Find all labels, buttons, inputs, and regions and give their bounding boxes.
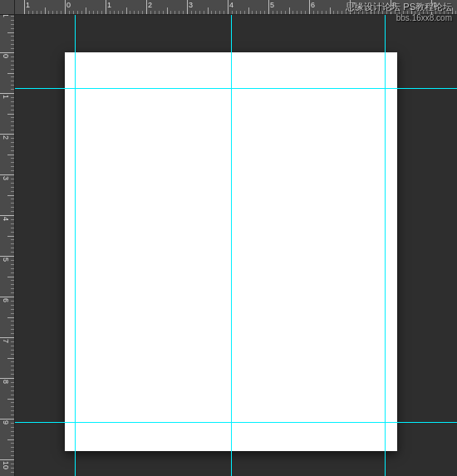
ruler-tick-major [187, 0, 188, 15]
ruler-tick-minor [305, 11, 306, 14]
ruler-tick-minor [11, 423, 14, 424]
ruler-tick-minor [11, 464, 14, 464]
guide-vertical[interactable] [75, 15, 76, 476]
ruler-tick-minor [93, 11, 94, 14]
ruler-tick-minor [11, 248, 14, 248]
ruler-tick-minor [7, 277, 14, 277]
ruler-label: 4 [229, 1, 233, 9]
ruler-tick-minor [142, 11, 143, 14]
guide-vertical[interactable] [231, 15, 232, 476]
ruler-tick-minor [170, 11, 171, 14]
ruler-tick-minor [301, 11, 302, 14]
ruler-tick-minor [382, 11, 383, 14]
ruler-tick-minor [292, 11, 293, 14]
ruler-tick-minor [11, 219, 14, 220]
ruler-tick-minor [195, 11, 196, 14]
ruler-label: 8 [392, 1, 396, 9]
ruler-tick-minor [366, 11, 367, 14]
ruler-tick-minor [11, 374, 14, 375]
ruler-tick-major [0, 297, 15, 297]
ruler-tick-minor [11, 443, 14, 444]
ruler-tick-minor [179, 11, 179, 14]
ruler-tick-minor [7, 439, 14, 440]
ruler-tick-minor [167, 7, 168, 14]
ruler-tick-minor [427, 11, 428, 14]
ruler-tick-minor [399, 11, 400, 14]
ruler-tick-minor [183, 11, 184, 14]
ruler-label: 1 [2, 15, 10, 17]
ruler-label: 7 [2, 339, 10, 343]
ruler-tick-minor [7, 358, 14, 359]
canvas-area[interactable] [15, 15, 457, 476]
ruler-tick-minor [7, 155, 14, 155]
ruler-tick-minor [32, 11, 33, 14]
ruler-label: 0 [66, 1, 71, 9]
ruler-tick-minor [11, 207, 14, 208]
ruler-tick-minor [277, 11, 278, 14]
guide-horizontal[interactable] [15, 422, 457, 423]
ruler-label: 5 [2, 258, 10, 262]
ruler-tick-minor [11, 382, 14, 383]
ruler-tick-minor [11, 386, 14, 387]
ruler-tick-minor [264, 11, 265, 14]
ruler-tick-minor [11, 395, 14, 395]
ruler-tick-minor [215, 11, 216, 14]
ruler-tick-minor [11, 284, 14, 285]
ruler-tick-minor [11, 76, 14, 77]
ruler-tick-minor [11, 97, 14, 98]
ruler-tick-minor [11, 211, 14, 212]
ruler-tick-minor [11, 36, 14, 37]
ruler-tick-minor [326, 11, 327, 14]
ruler-tick-major [431, 0, 432, 15]
ruler-tick-minor [256, 11, 257, 14]
ruler-tick-minor [11, 121, 14, 122]
ruler-tick-minor [236, 11, 237, 14]
vertical-ruler[interactable]: 1012345678910 [0, 15, 15, 476]
ruler-tick-minor [199, 11, 200, 14]
ruler-tick-minor [11, 435, 14, 436]
ruler-tick-minor [208, 7, 209, 14]
ruler-tick-minor [41, 11, 42, 14]
ruler-tick-minor [7, 32, 14, 33]
ruler-tick-minor [11, 158, 14, 159]
ruler-tick-minor [11, 390, 14, 391]
ruler-tick-minor [126, 7, 127, 14]
ruler-tick-minor [11, 110, 14, 110]
ruler-tick-major [106, 0, 106, 15]
ruler-tick-minor [61, 11, 61, 14]
ruler-tick-minor [374, 11, 375, 14]
guide-horizontal[interactable] [15, 88, 457, 89]
ruler-tick-minor [11, 85, 14, 86]
ruler-tick-major [0, 337, 15, 338]
ruler-tick-minor [11, 366, 14, 366]
ruler-tick-minor [330, 7, 331, 14]
guide-vertical[interactable] [385, 15, 386, 476]
ruler-tick-minor [69, 11, 70, 14]
ruler-tick-major [0, 215, 15, 216]
ruler-tick-minor [101, 11, 102, 14]
ruler-tick-minor [11, 455, 14, 456]
ruler-label: 4 [2, 217, 10, 221]
ruler-tick-minor [11, 239, 14, 240]
ruler-tick-minor [150, 11, 151, 14]
ruler-tick-minor [45, 7, 46, 14]
ruler-tick-major [0, 378, 15, 379]
ruler-tick-minor [11, 264, 14, 265]
ruler-tick-minor [248, 7, 249, 14]
ruler-tick-minor [11, 142, 14, 143]
ruler-tick-minor [415, 11, 415, 14]
ruler-label: 0 [2, 54, 10, 58]
ruler-label: 5 [270, 1, 274, 9]
ruler-tick-minor [204, 11, 204, 14]
horizontal-ruler[interactable]: 1012345678910 [15, 0, 457, 15]
ruler-tick-minor [252, 11, 253, 14]
ruler-tick-minor [11, 166, 14, 167]
ruler-label: 7 [351, 1, 356, 9]
ruler-tick-major [0, 256, 15, 257]
ruler-tick-minor [317, 11, 318, 14]
ruler-label: 3 [2, 176, 10, 180]
ruler-tick-minor [7, 114, 14, 115]
ruler-tick-minor [11, 252, 14, 253]
ruler-tick-minor [11, 361, 14, 362]
ruler-tick-minor [444, 11, 445, 14]
